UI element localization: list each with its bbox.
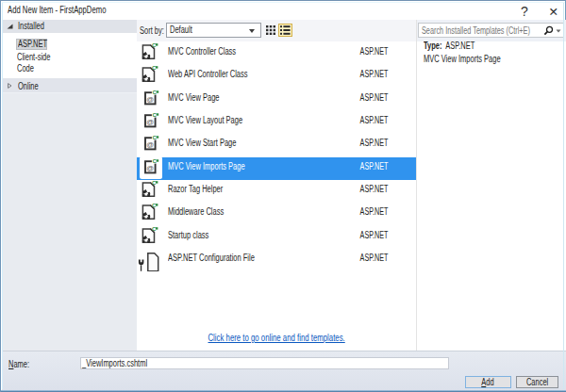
svg-text:@: @ bbox=[146, 95, 154, 104]
svg-text:@: @ bbox=[146, 164, 154, 172]
svg-text:@: @ bbox=[146, 140, 154, 149]
svg-text:@: @ bbox=[146, 118, 154, 126]
